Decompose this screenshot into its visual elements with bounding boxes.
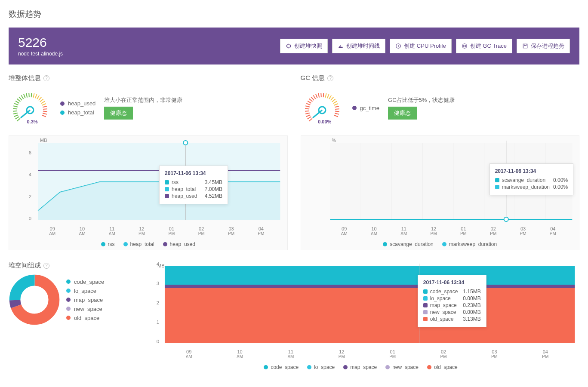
process-command: node test-alinode.js [18,51,63,57]
svg-line-63 [327,94,329,98]
space-section: 堆空间组成 ? code_spacelo_spacemap_spacenew_s… [9,261,133,372]
svg-line-29 [43,109,47,109]
svg-line-11 [13,106,18,107]
gc-chart-legend: scavange_duration marksweep_duration [304,238,577,249]
gc-chart[interactable]: % 09AM10AM11AM12PM01PM02PM03PM04PM sc [301,135,580,250]
svg-line-67 [333,101,337,103]
svg-text:2: 2 [29,194,31,199]
svg-line-70 [335,109,339,109]
status-note: GC占比低于5%，状态健康 [388,96,455,104]
svg-line-46 [309,118,312,121]
svg-line-55 [309,99,312,102]
save-trend-button[interactable]: 保存进程趋势 [517,39,570,53]
svg-rect-98 [165,285,575,288]
svg-line-25 [40,99,43,101]
x-axis: 09AM10AM11AM12PM01PM02PM03PM04PM [142,347,579,361]
svg-line-50 [305,111,309,111]
svg-text:0: 0 [29,216,31,221]
svg-line-57 [313,95,315,99]
svg-line-61 [323,93,323,97]
x-axis: 09AM10AM11AM12PM01PM02PM03PM04PM [12,224,285,238]
gc-trace-button[interactable]: 创建 GC Trace [456,39,512,53]
gc-gauge: 0.00% [301,86,344,129]
heap-section: 堆整体信息 ? 0.3% heap_used heap_ [9,74,288,250]
svg-line-59 [318,93,319,98]
svg-line-66 [332,99,335,101]
heap-chart[interactable]: MB 0246 09AM10AM11AM12PM01PM02PM [9,135,288,250]
gc-chart-tooltip: 2017-11-06 13:34 scavange_duration0.00%m… [489,163,573,195]
svg-line-7 [14,115,18,117]
svg-line-31 [43,113,47,114]
svg-text:1: 1 [157,319,159,325]
svg-line-75 [313,110,322,118]
svg-line-17 [24,94,25,98]
svg-line-54 [308,101,311,103]
status-note: 堆大小在正常范围内，非常健康 [104,96,182,104]
svg-line-71 [335,111,339,112]
svg-line-65 [330,97,333,101]
button-label: 创建堆快照 [294,42,322,50]
section-title-text: 堆空间组成 [9,261,41,270]
heap-snapshot-button[interactable]: 创建堆快照 [280,39,328,53]
heap-gauge: 0.3% [9,86,52,129]
gauge-value: 0.3% [27,119,37,124]
svg-line-73 [334,115,338,117]
svg-rect-4 [523,44,527,48]
clock-icon [395,43,401,49]
svg-line-52 [305,106,310,107]
button-label: 创建 GC Trace [470,42,507,50]
svg-line-60 [321,93,321,97]
svg-line-23 [37,95,39,99]
svg-line-16 [21,95,23,99]
x-axis: 09AM10AM11AM12PM01PM02PM03PM04PM [304,224,577,238]
heap-chart-tooltip: 2017-11-06 13:34 rss3.45MBheap_total7.00… [159,166,228,204]
svg-line-64 [329,95,331,99]
svg-line-5 [17,118,20,121]
gc-section: GC 信息 ? 0.00% gc_time [301,74,580,250]
heap-gauge-legend: heap_used heap_total [60,99,95,117]
svg-line-18 [26,93,27,98]
gc-gauge-legend: gc_time [352,104,380,113]
button-label: 保存进程趋势 [531,42,564,50]
svg-text:2: 2 [157,300,159,305]
section-title-text: GC 信息 [301,74,325,82]
space-legend: code_spacelo_spacemap_spacenew_spaceold_… [66,277,104,322]
svg-line-48 [306,115,310,117]
svg-line-14 [17,99,21,102]
heap-timeline-button[interactable]: 创建堆时间线 [332,39,385,53]
section-title-text: 堆整体信息 [9,74,41,82]
y-unit: % [332,138,336,143]
target-icon [462,43,468,49]
svg-text:3: 3 [157,281,159,286]
svg-line-12 [14,103,18,105]
page-title: 数据趋势 [9,9,579,20]
help-icon[interactable]: ? [43,75,49,81]
svg-line-32 [42,115,46,117]
legend-label: gc_time [360,105,380,111]
svg-text:4: 4 [29,172,31,177]
stacked-chart-tooltip: 2017-11-06 13:34 code_space1.15MBlo_spac… [418,275,486,327]
button-label: 创建 CPU Profile [404,42,446,50]
svg-line-8 [13,113,18,114]
svg-line-6 [15,117,19,119]
svg-text:0: 0 [157,339,159,344]
svg-line-30 [43,111,47,112]
stacked-space-chart[interactable]: MB 01234 09AM10AM11AM12PM01PM02PM03PM04P… [142,261,579,372]
svg-line-58 [316,94,317,98]
help-icon[interactable]: ? [327,75,333,81]
header-actions: 创建堆快照 创建堆时间线 创建 CPU Profile 创建 GC Trace … [280,39,570,53]
svg-line-21 [33,93,34,98]
svg-line-53 [306,103,310,105]
svg-line-28 [43,106,47,107]
svg-text:6: 6 [29,150,31,155]
svg-line-10 [13,109,17,109]
stacked-legend: code_spacelo_spacemap_spacenew_spaceold_… [142,361,579,372]
cpu-profile-button[interactable]: 创建 CPU Profile [390,39,452,53]
svg-line-72 [335,113,339,114]
svg-line-69 [335,106,339,107]
help-icon[interactable]: ? [43,263,49,269]
y-unit: MB [157,263,165,268]
svg-line-68 [334,104,338,105]
process-id: 5226 [18,35,63,50]
svg-line-9 [13,111,17,111]
